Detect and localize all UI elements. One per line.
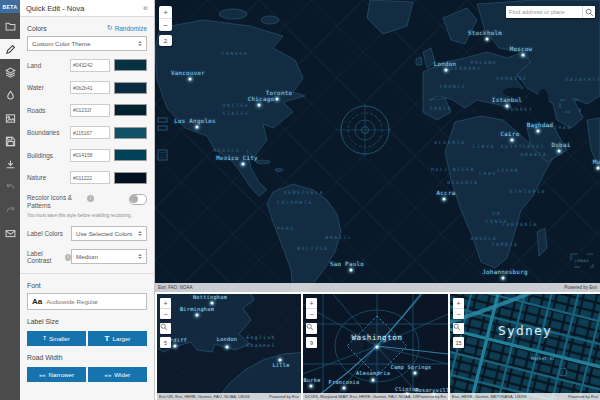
zoom-in-button[interactable]: + bbox=[306, 298, 317, 308]
country-label: ALGERIA bbox=[434, 139, 466, 147]
rail-tool-quick-edit[interactable] bbox=[0, 39, 20, 59]
label-colors-label: Label Colors bbox=[27, 230, 63, 237]
rail-tool-feedback[interactable] bbox=[0, 223, 20, 243]
color-swatch[interactable] bbox=[114, 59, 147, 71]
color-hex-input[interactable]: #043242 bbox=[70, 59, 110, 72]
font-sample-icon: Aa bbox=[32, 297, 42, 306]
search-icon bbox=[306, 323, 314, 331]
preview-map-sydney[interactable]: SydneyMarket St + − 15 Esri, HERE, Garmi… bbox=[450, 294, 600, 400]
color-swatch[interactable] bbox=[114, 104, 147, 116]
rail-tool-redo[interactable] bbox=[0, 200, 20, 220]
city-marker-dot bbox=[242, 163, 245, 166]
color-hex-input[interactable]: #01232f bbox=[70, 104, 110, 117]
label-larger-button[interactable]: T Larger bbox=[88, 331, 147, 346]
rail-tool-sprites[interactable] bbox=[0, 108, 20, 128]
city-label: Camp Springs bbox=[390, 364, 431, 370]
rail-tool-download[interactable] bbox=[0, 154, 20, 174]
label-colors-select[interactable]: Use Selected Colors bbox=[71, 226, 147, 241]
rail-tool-save[interactable] bbox=[0, 131, 20, 151]
powered-by-text: Powered by Esri bbox=[418, 394, 446, 399]
country-label: LIBYA bbox=[473, 143, 496, 151]
rail-tool-edit-by-color[interactable] bbox=[0, 85, 20, 105]
zoom-out-button[interactable]: − bbox=[160, 309, 171, 319]
open-icon bbox=[5, 21, 16, 32]
recolor-toggle[interactable] bbox=[129, 194, 147, 205]
city-label: Market St bbox=[531, 356, 554, 361]
zoom-in-button[interactable]: + bbox=[160, 298, 171, 308]
road-narrower-button[interactable]: »« Narrower bbox=[27, 367, 86, 382]
map-attribution: Esri, FAO, NOAA Powered by Esri bbox=[155, 283, 600, 292]
zoom-out-button[interactable]: − bbox=[159, 19, 172, 31]
preview-search-button[interactable] bbox=[160, 323, 171, 334]
color-swatch[interactable] bbox=[114, 127, 147, 139]
wider-label: Wider bbox=[114, 371, 130, 378]
city-label: English Channel bbox=[246, 334, 275, 351]
zoom-out-button[interactable]: − bbox=[306, 309, 317, 319]
country-label: PERU bbox=[277, 225, 295, 233]
city-label: London bbox=[217, 336, 238, 342]
panel-title: Quick Edit - Nova bbox=[26, 4, 84, 13]
road-narrower-icon: »« bbox=[39, 372, 46, 378]
color-row: Buildings #014158 bbox=[27, 144, 147, 167]
color-theme-select[interactable]: Custom Color Theme bbox=[27, 36, 147, 51]
country-label: IRAQ bbox=[554, 124, 572, 132]
label-contrast-select[interactable]: Medium bbox=[71, 249, 147, 264]
main-map[interactable]: CANADAUNITED STATESMEXICOVENEZUELACOLOMB… bbox=[155, 0, 600, 292]
color-swatch[interactable] bbox=[114, 172, 147, 184]
zoom-out-button[interactable]: − bbox=[453, 309, 464, 319]
country-label: TURKEY bbox=[506, 106, 533, 114]
city-marker-dot bbox=[279, 359, 282, 362]
color-hex-input[interactable]: #014158 bbox=[70, 149, 110, 162]
color-label: Roads bbox=[27, 107, 66, 114]
tool-rail: BETA bbox=[0, 0, 20, 400]
label-contrast-row: Label Contrast i Medium bbox=[27, 249, 147, 264]
select-arrows-icon bbox=[138, 254, 142, 259]
zoom-in-button[interactable]: + bbox=[453, 298, 464, 308]
city-label: London bbox=[434, 61, 457, 67]
color-hex-input[interactable]: #115167 bbox=[70, 126, 110, 139]
search-input[interactable] bbox=[506, 6, 582, 18]
info-icon[interactable]: i bbox=[87, 195, 94, 202]
city-marker-dot bbox=[522, 54, 525, 57]
city-marker-dot bbox=[343, 387, 346, 390]
preview-search-button[interactable] bbox=[453, 323, 464, 334]
larger-label: Larger bbox=[113, 335, 131, 342]
randomize-button[interactable]: ↻ Randomize bbox=[107, 24, 147, 32]
collapse-panel-button[interactable]: « bbox=[143, 3, 148, 13]
city-label: Burke bbox=[303, 377, 320, 383]
preview-search-button[interactable] bbox=[306, 323, 317, 334]
road-wider-button[interactable]: «» Wider bbox=[88, 367, 147, 382]
rail-tool-layers[interactable] bbox=[0, 62, 20, 82]
zoom-in-button[interactable]: + bbox=[159, 6, 172, 18]
recolor-label: Recolor Icons & Patterns bbox=[27, 194, 85, 210]
rail-tool-open[interactable] bbox=[0, 16, 20, 36]
label-colors-row: Label Colors Use Selected Colors bbox=[27, 226, 147, 241]
label-smaller-button[interactable]: T Smaller bbox=[27, 331, 86, 346]
city-label: Vancouver bbox=[171, 70, 205, 76]
color-swatch[interactable] bbox=[114, 82, 147, 94]
color-theme-value: Custom Color Theme bbox=[32, 40, 91, 47]
road-wider-icon: «» bbox=[105, 372, 112, 378]
preview-map-england[interactable]: NottinghamBirminghamCardiffLondonLilleEn… bbox=[157, 294, 301, 400]
city-marker-dot bbox=[443, 198, 446, 201]
preview-zoom-control: + − bbox=[160, 298, 171, 319]
city-label: Mexico City bbox=[216, 155, 258, 161]
color-hex-input[interactable]: #0b2b41 bbox=[70, 81, 110, 94]
color-swatch[interactable] bbox=[114, 149, 147, 161]
city-marker-dot bbox=[174, 345, 177, 348]
search-button[interactable] bbox=[582, 6, 595, 18]
toggle-knob bbox=[130, 195, 138, 203]
layers-icon bbox=[5, 67, 16, 78]
city-label: Johannesburg bbox=[482, 269, 527, 275]
preview-map-washington[interactable]: BurkeFranconiaAlexandriaCamp SpringsClin… bbox=[303, 294, 448, 400]
color-hex-input[interactable]: #011222 bbox=[70, 171, 110, 184]
country-label: SPAIN bbox=[430, 105, 453, 113]
font-select[interactable]: Aa Audiowide Regular bbox=[27, 293, 147, 310]
preview-zoom-control: + − bbox=[453, 298, 464, 319]
country-label: SUDAN bbox=[497, 167, 520, 175]
country-label: KAZAKHSTAN bbox=[565, 76, 600, 84]
country-label: ANGOLA bbox=[470, 235, 497, 243]
city-label: Birmingham bbox=[180, 306, 214, 312]
powered-by-text: Powered by Esri bbox=[568, 394, 598, 399]
rail-tool-undo[interactable] bbox=[0, 177, 20, 197]
